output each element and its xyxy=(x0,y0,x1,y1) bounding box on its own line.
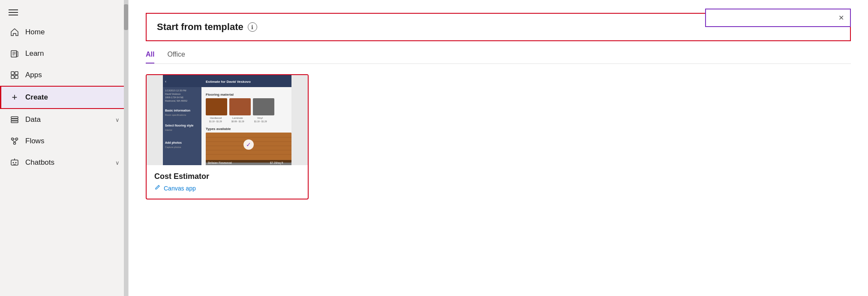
search-input[interactable]: Cost Estimator xyxy=(712,14,835,22)
svg-rect-6 xyxy=(15,72,18,75)
svg-point-19 xyxy=(14,159,15,160)
sidebar-item-apps[interactable]: Apps xyxy=(0,64,128,86)
svg-point-17 xyxy=(15,162,17,163)
create-icon: + xyxy=(10,93,19,102)
hamburger-menu[interactable] xyxy=(0,0,128,21)
flows-icon xyxy=(10,136,19,146)
scrollbar-thumb[interactable] xyxy=(124,4,128,30)
data-chevron-icon: ∨ xyxy=(115,117,120,123)
main-content: Cost Estimator ✕ Start from template ℹ A… xyxy=(129,0,868,296)
svg-text:Vinyl: Vinyl xyxy=(257,117,263,119)
svg-text:Types available: Types available xyxy=(206,127,231,131)
card-title: Cost Estimator xyxy=(154,172,300,181)
svg-text:$1.19 - $1.29: $1.19 - $1.29 xyxy=(254,120,267,123)
section-title: Start from template xyxy=(157,21,243,33)
svg-text:Select flooring style: Select flooring style xyxy=(165,124,194,127)
svg-text:$0.89 - $1.29: $0.89 - $1.29 xyxy=(231,120,244,123)
card-preview-image: Estimate for David Veskovo ‹ 1/13/2015 1… xyxy=(147,75,308,165)
svg-text:Basic information: Basic information xyxy=(165,109,190,112)
svg-rect-21 xyxy=(163,75,201,165)
search-box: Cost Estimator ✕ xyxy=(705,9,851,27)
tabs-bar: AllOffice xyxy=(146,51,851,64)
card-type-label: Canvas app xyxy=(164,185,196,192)
home-label: Home xyxy=(25,28,45,36)
sidebar-item-home[interactable]: Home xyxy=(0,21,128,43)
sidebar-item-data[interactable]: Data∨ xyxy=(0,109,128,130)
svg-text:Room specifications: Room specifications xyxy=(165,114,186,116)
svg-rect-9 xyxy=(11,117,18,118)
svg-point-14 xyxy=(14,142,16,145)
sidebar: HomeLearnApps+CreateData∨FlowsChatbots∨ xyxy=(0,0,129,296)
svg-text:✓: ✓ xyxy=(246,141,251,148)
learn-icon xyxy=(10,49,19,58)
search-clear-button[interactable]: ✕ xyxy=(838,14,844,22)
card-info-area: Cost EstimatorCanvas app xyxy=(147,165,308,199)
svg-rect-44 xyxy=(253,98,274,115)
svg-point-16 xyxy=(13,162,14,163)
svg-rect-8 xyxy=(15,76,18,79)
svg-text:Add photos: Add photos xyxy=(165,141,182,145)
sidebar-item-learn[interactable]: Learn xyxy=(0,43,128,64)
svg-rect-10 xyxy=(11,119,18,121)
chatbots-label: Chatbots xyxy=(25,158,54,167)
search-area: Cost Estimator ✕ xyxy=(705,9,851,27)
svg-point-13 xyxy=(16,138,18,140)
svg-text:$1.19 - $1.29: $1.19 - $1.29 xyxy=(209,120,222,123)
info-icon[interactable]: ℹ xyxy=(248,22,257,32)
chatbots-chevron-icon: ∨ xyxy=(115,160,120,166)
svg-text:Estimate for David Veskovo: Estimate for David Veskovo xyxy=(206,80,251,84)
svg-point-12 xyxy=(12,138,14,140)
apps-icon xyxy=(10,70,19,80)
data-icon xyxy=(10,115,19,124)
sidebar-item-chatbots[interactable]: Chatbots∨ xyxy=(0,152,128,173)
learn-label: Learn xyxy=(25,49,44,58)
svg-text:$7.39/sq ft: $7.39/sq ft xyxy=(270,161,283,165)
svg-text:Interior: Interior xyxy=(165,129,172,131)
svg-rect-11 xyxy=(11,121,18,123)
svg-text:Flooring material: Flooring material xyxy=(206,93,234,97)
svg-text:Redmond, WA 48052: Redmond, WA 48052 xyxy=(165,100,187,102)
create-label: Create xyxy=(25,93,48,102)
svg-text:Bellaian Rosewood: Bellaian Rosewood xyxy=(208,161,232,164)
card-type: Canvas app xyxy=(154,184,300,192)
templates-grid: Estimate for David Veskovo ‹ 1/13/2015 1… xyxy=(146,74,851,199)
sidebar-scrollbar[interactable] xyxy=(124,0,128,296)
tab-office[interactable]: Office xyxy=(167,51,185,63)
tab-all[interactable]: All xyxy=(146,51,154,63)
svg-rect-7 xyxy=(11,76,14,79)
apps-label: Apps xyxy=(25,71,42,79)
svg-text:Capture photos: Capture photos xyxy=(165,146,181,148)
pencil-icon xyxy=(154,184,160,192)
sidebar-item-create[interactable]: +Create xyxy=(0,86,128,109)
svg-rect-5 xyxy=(11,72,14,75)
svg-text:Hardwood: Hardwood xyxy=(210,117,222,119)
svg-rect-4 xyxy=(16,51,18,57)
data-label: Data xyxy=(25,115,41,124)
flows-label: Flows xyxy=(25,137,44,145)
svg-text:Laminate: Laminate xyxy=(232,117,243,119)
svg-text:David Veskovo: David Veskovo xyxy=(165,93,180,95)
template-card-cost-estimator[interactable]: Estimate for David Veskovo ‹ 1/13/2015 1… xyxy=(146,74,309,199)
sidebar-item-flows[interactable]: Flows xyxy=(0,130,128,152)
svg-rect-41 xyxy=(229,98,251,115)
svg-rect-37 xyxy=(206,98,227,115)
chatbots-icon xyxy=(10,158,19,167)
home-icon xyxy=(10,27,19,37)
svg-text:‹: ‹ xyxy=(165,79,166,84)
svg-text:1808-1734 64 NE: 1808-1734 64 NE xyxy=(165,96,183,99)
svg-text:1/13/2015 12:30 PM: 1/13/2015 12:30 PM xyxy=(165,89,186,92)
